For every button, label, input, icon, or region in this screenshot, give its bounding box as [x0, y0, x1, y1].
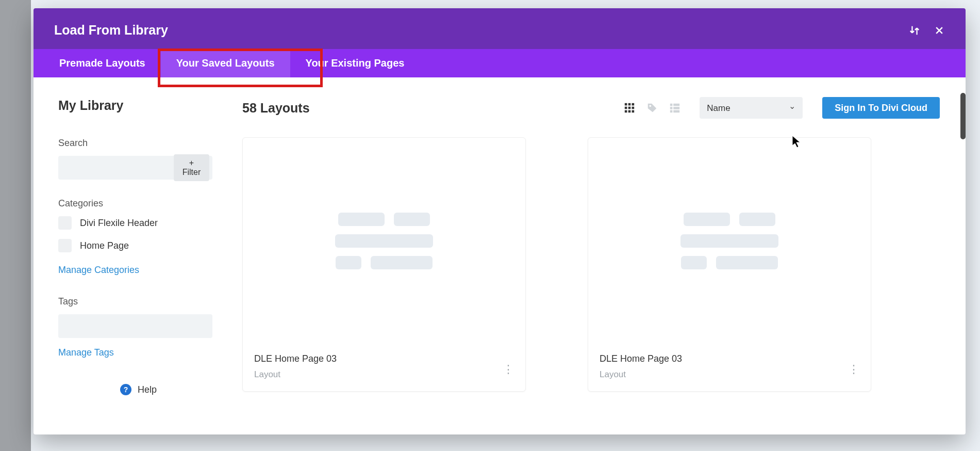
svg-rect-7	[628, 110, 631, 113]
category-label: Divi Flexile Header	[80, 218, 158, 229]
svg-rect-13	[674, 107, 680, 109]
modal-header: Load From Library	[34, 8, 966, 49]
mouse-cursor	[792, 135, 802, 149]
card-menu-icon[interactable]: ⋮	[503, 353, 514, 375]
layouts-count: 58 Layouts	[242, 101, 613, 116]
manage-tags-link[interactable]: Manage Tags	[58, 347, 114, 358]
svg-point-9	[650, 105, 652, 107]
card-grid: DLE Home Page 03 Layout ⋮ DLE Ho	[242, 137, 940, 392]
signin-divi-cloud-button[interactable]: Sign In To Divi Cloud	[822, 97, 940, 119]
tab-premade-layouts[interactable]: Premade Layouts	[44, 49, 161, 77]
svg-rect-14	[670, 110, 673, 113]
card-footer: DLE Home Page 03 Layout ⋮	[243, 344, 525, 391]
view-toggles	[623, 102, 681, 114]
card-menu-icon[interactable]: ⋮	[848, 353, 859, 375]
load-library-modal: Load From Library Premade Layouts Your S…	[34, 8, 966, 434]
filter-button[interactable]: + Filter	[174, 154, 209, 181]
tab-existing-pages[interactable]: Your Existing Pages	[290, 49, 420, 77]
modal-header-actions	[909, 25, 945, 36]
svg-rect-10	[670, 104, 673, 106]
layout-card[interactable]: DLE Home Page 03 Layout ⋮	[588, 137, 871, 392]
close-icon[interactable]	[934, 25, 945, 36]
modal-scrollbar[interactable]	[960, 93, 966, 139]
category-checkbox[interactable]	[58, 216, 72, 230]
grid-view-icon[interactable]	[623, 102, 636, 114]
import-export-icon[interactable]	[909, 25, 920, 36]
svg-rect-0	[625, 103, 627, 106]
svg-rect-5	[632, 107, 635, 109]
svg-rect-8	[632, 110, 635, 113]
main-header: 58 Layouts	[242, 97, 940, 119]
library-title: My Library	[58, 98, 212, 113]
svg-rect-4	[628, 107, 631, 109]
svg-rect-15	[674, 110, 680, 113]
tag-view-icon[interactable]	[646, 102, 658, 114]
svg-rect-12	[670, 107, 673, 109]
svg-rect-6	[625, 110, 627, 113]
card-footer: DLE Home Page 03 Layout ⋮	[588, 344, 871, 391]
search-box: + Filter	[58, 156, 212, 180]
svg-rect-1	[628, 103, 631, 106]
tag-input[interactable]	[58, 314, 212, 338]
tags-label: Tags	[58, 296, 212, 307]
category-row: Home Page	[58, 239, 212, 252]
category-label: Home Page	[80, 240, 129, 251]
tab-saved-layouts[interactable]: Your Saved Layouts	[161, 49, 290, 77]
card-type: Layout	[600, 369, 848, 380]
svg-rect-11	[674, 104, 680, 106]
card-title: DLE Home Page 03	[254, 353, 503, 364]
svg-rect-2	[632, 103, 635, 106]
wp-admin-sidebar-dimmed	[0, 0, 31, 451]
modal-title: Load From Library	[54, 23, 168, 38]
help-label: Help	[138, 384, 157, 395]
list-view-icon[interactable]	[669, 102, 681, 114]
library-main: 58 Layouts	[237, 77, 966, 434]
layout-preview	[588, 138, 871, 344]
category-checkbox[interactable]	[58, 239, 72, 252]
tab-bar: Premade Layouts Your Saved Layouts Your …	[34, 49, 966, 77]
modal-body: My Library Search + Filter Categories Di…	[34, 77, 966, 434]
help-row[interactable]: ? Help	[58, 384, 212, 395]
sort-select-wrap: Name	[700, 97, 803, 119]
help-icon: ?	[120, 384, 131, 395]
layout-preview	[243, 138, 525, 344]
svg-rect-3	[625, 107, 627, 109]
sort-select[interactable]: Name	[700, 97, 803, 119]
manage-categories-link[interactable]: Manage Categories	[58, 265, 139, 276]
card-type: Layout	[254, 369, 503, 380]
category-row: Divi Flexile Header	[58, 216, 212, 230]
library-sidebar: My Library Search + Filter Categories Di…	[34, 77, 237, 434]
search-input[interactable]	[58, 163, 174, 172]
search-label: Search	[58, 138, 212, 149]
categories-label: Categories	[58, 198, 212, 209]
layout-card[interactable]: DLE Home Page 03 Layout ⋮	[242, 137, 526, 392]
card-title: DLE Home Page 03	[600, 353, 848, 364]
